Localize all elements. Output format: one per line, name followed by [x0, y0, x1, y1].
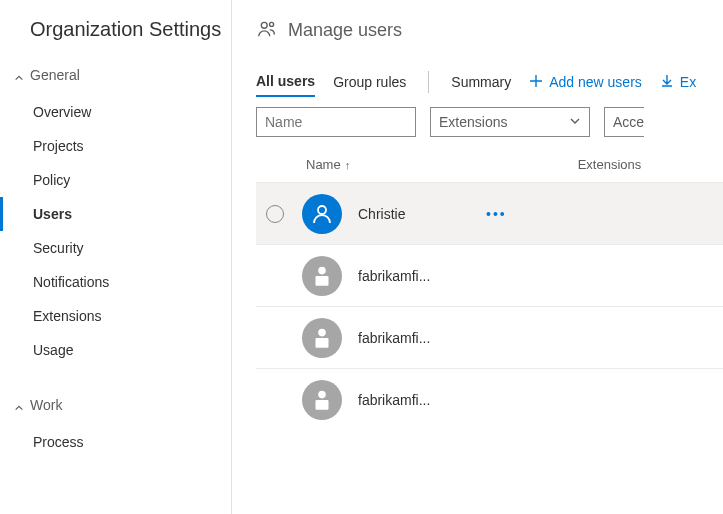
row-name: Christie: [358, 206, 486, 222]
sidebar-item-projects[interactable]: Projects: [0, 129, 231, 163]
plus-icon: [529, 74, 543, 91]
access-filter-select[interactable]: Acce: [604, 107, 644, 137]
sidebar-item-extensions[interactable]: Extensions: [0, 299, 231, 333]
svg-rect-6: [316, 338, 329, 348]
avatar: [302, 256, 342, 296]
row-name: fabrikamfi...: [358, 392, 486, 408]
sidebar-item-usage[interactable]: Usage: [0, 333, 231, 367]
download-icon: [660, 74, 674, 91]
chevron-down-icon: [569, 114, 581, 130]
sidebar-item-users[interactable]: Users: [0, 197, 231, 231]
avatar: [302, 194, 342, 234]
add-new-users-button[interactable]: Add new users: [529, 74, 642, 91]
row-name: fabrikamfi...: [358, 330, 486, 346]
svg-point-3: [318, 266, 326, 274]
sidebar-item-process[interactable]: Process: [0, 425, 231, 459]
table-row[interactable]: Christie •••: [256, 182, 723, 244]
svg-point-0: [261, 22, 267, 28]
export-button[interactable]: Ex: [660, 74, 696, 91]
row-checkbox[interactable]: [266, 205, 284, 223]
sidebar-item-notifications[interactable]: Notifications: [0, 265, 231, 299]
chevron-up-icon: [14, 400, 24, 410]
people-icon: [256, 18, 278, 43]
sort-asc-icon: ↑: [345, 159, 351, 171]
sidebar-group-label: General: [30, 67, 80, 83]
extensions-filter-select[interactable]: Extensions: [430, 107, 590, 137]
sidebar-group-general[interactable]: General: [0, 61, 231, 89]
section-title: Manage users: [288, 20, 402, 41]
export-label: Ex: [680, 74, 696, 90]
more-actions-button[interactable]: •••: [486, 206, 507, 222]
avatar: [302, 318, 342, 358]
add-new-users-label: Add new users: [549, 74, 642, 90]
sidebar-item-security[interactable]: Security: [0, 231, 231, 265]
chevron-up-icon: [14, 70, 24, 80]
name-filter-input[interactable]: [256, 107, 416, 137]
sidebar-item-policy[interactable]: Policy: [0, 163, 231, 197]
sidebar-group-label: Work: [30, 397, 62, 413]
page-title: Organization Settings: [0, 18, 231, 61]
sidebar-nav-general: Overview Projects Policy Users Security …: [0, 89, 231, 373]
svg-point-5: [318, 328, 326, 336]
column-extensions-header[interactable]: Extensions: [496, 157, 723, 172]
table-row[interactable]: fabrikamfi...: [256, 368, 723, 430]
sidebar-nav-work: Process: [0, 419, 231, 465]
tab-all-users[interactable]: All users: [256, 67, 315, 97]
section-header: Manage users: [256, 18, 723, 43]
table-row[interactable]: fabrikamfi...: [256, 306, 723, 368]
sidebar-item-overview[interactable]: Overview: [0, 95, 231, 129]
svg-rect-4: [316, 276, 329, 286]
svg-point-7: [318, 390, 326, 398]
summary-button[interactable]: Summary: [451, 74, 511, 90]
column-headers: Name ↑ Extensions: [256, 147, 723, 182]
extensions-filter-label: Extensions: [439, 114, 507, 130]
divider: [428, 71, 429, 93]
svg-point-1: [270, 22, 274, 26]
access-filter-label: Acce: [613, 114, 644, 130]
svg-point-2: [318, 206, 326, 214]
column-name-header[interactable]: Name ↑: [306, 157, 496, 172]
sidebar-group-work[interactable]: Work: [0, 391, 231, 419]
main: Manage users All users Group rules Summa…: [232, 0, 723, 514]
row-name: fabrikamfi...: [358, 268, 486, 284]
svg-rect-8: [316, 400, 329, 410]
avatar: [302, 380, 342, 420]
sidebar: Organization Settings General Overview P…: [0, 0, 232, 514]
filter-row: Extensions Acce: [256, 107, 723, 137]
table-row[interactable]: fabrikamfi...: [256, 244, 723, 306]
tab-bar: All users Group rules Summary Add new us…: [256, 67, 723, 97]
tab-group-rules[interactable]: Group rules: [333, 68, 406, 96]
